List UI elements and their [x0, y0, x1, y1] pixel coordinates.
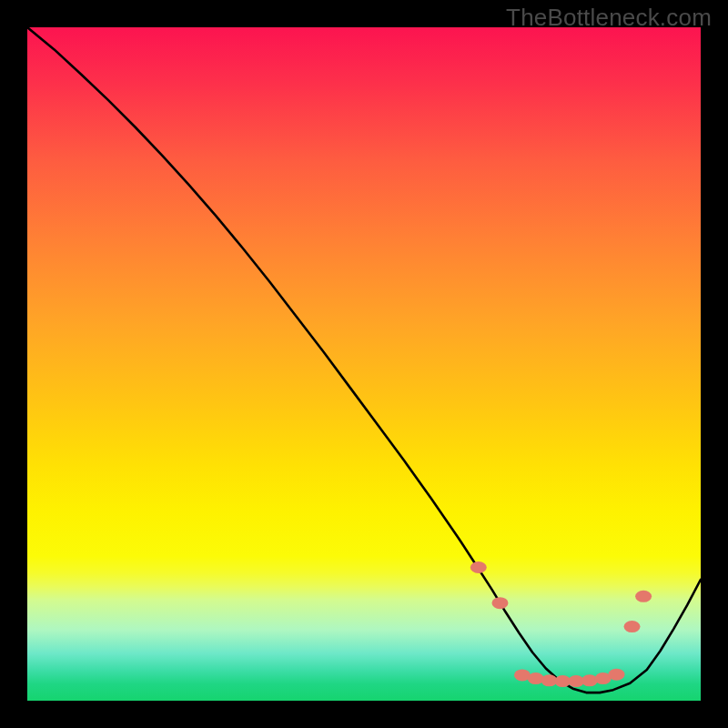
- data-dot: [581, 674, 598, 686]
- data-dot: [635, 591, 652, 602]
- chart-frame: TheBottleneck.com: [0, 0, 728, 728]
- data-dot: [624, 621, 641, 632]
- data-dots: [470, 561, 652, 687]
- data-dot: [491, 597, 508, 609]
- main-curve-path: [27, 27, 701, 693]
- data-dot: [609, 669, 625, 681]
- bottleneck-curve: [27, 27, 701, 701]
- data-dot: [470, 561, 487, 573]
- data-dot: [528, 672, 544, 684]
- plot-area: [27, 27, 701, 701]
